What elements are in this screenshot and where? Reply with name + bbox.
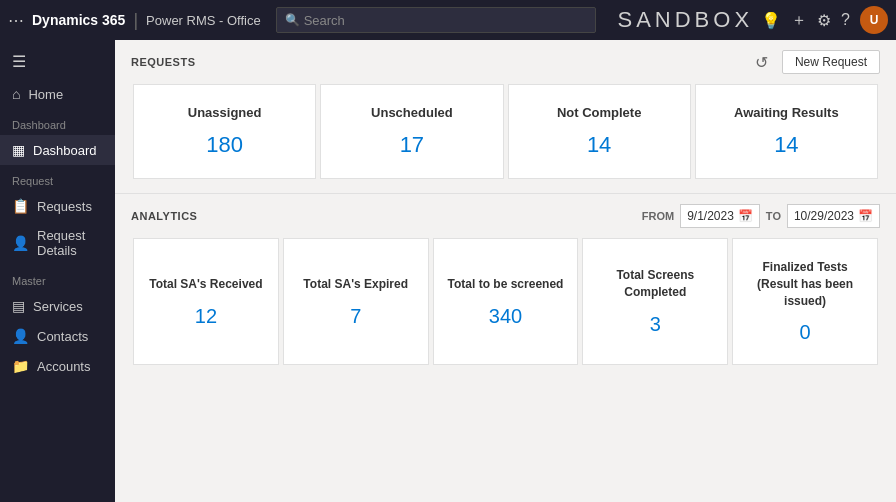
date-range-controls: FROM 9/1/2023 📅 TO 10/29/2023 📅 xyxy=(642,204,880,228)
sidebar-section-request: Request xyxy=(0,165,115,191)
analytics-card-to-be-screened: Total to be screened 340 xyxy=(433,238,579,365)
card-unscheduled-value: 17 xyxy=(337,132,486,158)
analytics-section-header: ANALYTICS FROM 9/1/2023 📅 TO 10/29/2023 … xyxy=(115,193,896,236)
requests-icon: 📋 xyxy=(12,198,29,214)
search-input[interactable] xyxy=(304,13,587,28)
request-details-icon: 👤 xyxy=(12,235,29,251)
nav-divider: | xyxy=(133,10,138,31)
sandbox-label: SANDBOX xyxy=(617,7,753,33)
sidebar-home-label: Home xyxy=(28,87,63,102)
sidebar-item-requests[interactable]: 📋 Requests xyxy=(0,191,115,221)
sidebar-section-master: Master xyxy=(0,265,115,291)
requests-section-title: REQUESTS xyxy=(131,56,196,68)
card-awaiting-results-value: 14 xyxy=(712,132,861,158)
analytics-section: ANALYTICS FROM 9/1/2023 📅 TO 10/29/2023 … xyxy=(115,193,896,379)
sidebar-item-request-details[interactable]: 👤 Request Details xyxy=(0,221,115,265)
avatar[interactable]: U xyxy=(860,6,888,34)
requests-cards-grid: Unassigned 180 Unscheduled 17 Not Comple… xyxy=(115,82,896,193)
search-icon: 🔍 xyxy=(285,13,300,27)
card-unscheduled-title: Unscheduled xyxy=(337,105,486,120)
services-icon: ▤ xyxy=(12,298,25,314)
analytics-cards-grid: Total SA's Received 12 Total SA's Expire… xyxy=(115,236,896,379)
requests-actions: ↺ New Request xyxy=(749,50,880,74)
dashboard-icon: ▦ xyxy=(12,142,25,158)
home-icon: ⌂ xyxy=(12,86,20,102)
card-unscheduled: Unscheduled 17 xyxy=(320,84,503,179)
brand-area: Dynamics 365 xyxy=(32,12,125,28)
sidebar-contacts-label: Contacts xyxy=(37,329,88,344)
analytics-to-be-screened-value: 340 xyxy=(489,305,522,328)
analytics-card-sa-received: Total SA's Received 12 xyxy=(133,238,279,365)
sidebar-services-label: Services xyxy=(33,299,83,314)
to-label: TO xyxy=(766,210,781,222)
card-not-complete-value: 14 xyxy=(525,132,674,158)
card-unassigned: Unassigned 180 xyxy=(133,84,316,179)
sidebar-dashboard-label: Dashboard xyxy=(33,143,97,158)
from-calendar-icon: 📅 xyxy=(738,209,753,223)
analytics-section-title: ANALYTICS xyxy=(131,210,197,222)
sidebar-item-accounts[interactable]: 📁 Accounts xyxy=(0,351,115,381)
analytics-card-screens-completed: Total Screens Completed 3 xyxy=(582,238,728,365)
to-date-input[interactable]: 10/29/2023 📅 xyxy=(787,204,880,228)
grid-icon[interactable]: ⋯ xyxy=(8,11,24,30)
to-date-value: 10/29/2023 xyxy=(794,209,854,223)
card-awaiting-results-title: Awaiting Results xyxy=(712,105,861,120)
analytics-card-sa-expired: Total SA's Expired 7 xyxy=(283,238,429,365)
analytics-finalized-tests-title: Finalized Tests (Result has been issued) xyxy=(745,259,865,309)
analytics-screens-completed-value: 3 xyxy=(650,313,661,336)
card-not-complete-title: Not Complete xyxy=(525,105,674,120)
help-icon[interactable]: ? xyxy=(841,11,850,29)
analytics-finalized-tests-value: 0 xyxy=(800,321,811,344)
card-unassigned-title: Unassigned xyxy=(150,105,299,120)
settings-icon[interactable]: ⚙ xyxy=(817,11,831,30)
accounts-icon: 📁 xyxy=(12,358,29,374)
sidebar-item-services[interactable]: ▤ Services xyxy=(0,291,115,321)
sidebar-item-home[interactable]: ⌂ Home xyxy=(0,79,115,109)
sidebar-accounts-label: Accounts xyxy=(37,359,90,374)
nav-icons: 💡 ＋ ⚙ ? U xyxy=(761,6,888,34)
top-navigation: ⋯ Dynamics 365 | Power RMS - Office 🔍 SA… xyxy=(0,0,896,40)
sidebar-request-details-label: Request Details xyxy=(37,228,103,258)
card-not-complete: Not Complete 14 xyxy=(508,84,691,179)
app-name-label: Power RMS - Office xyxy=(146,13,261,28)
sidebar-item-dashboard[interactable]: ▦ Dashboard xyxy=(0,135,115,165)
analytics-sa-received-title: Total SA's Received xyxy=(149,276,262,293)
analytics-screens-completed-title: Total Screens Completed xyxy=(595,267,715,301)
sidebar-section-dashboard: Dashboard xyxy=(0,109,115,135)
content-area: REQUESTS ↺ New Request Unassigned 180 Un… xyxy=(115,40,896,502)
to-calendar-icon: 📅 xyxy=(858,209,873,223)
from-label: FROM xyxy=(642,210,674,222)
card-awaiting-results: Awaiting Results 14 xyxy=(695,84,878,179)
brand-label: Dynamics 365 xyxy=(32,12,125,28)
analytics-sa-expired-value: 7 xyxy=(350,305,361,328)
search-bar[interactable]: 🔍 xyxy=(276,7,596,33)
card-unassigned-value: 180 xyxy=(150,132,299,158)
sidebar-item-contacts[interactable]: 👤 Contacts xyxy=(0,321,115,351)
analytics-sa-expired-title: Total SA's Expired xyxy=(303,276,408,293)
from-date-value: 9/1/2023 xyxy=(687,209,734,223)
contacts-icon: 👤 xyxy=(12,328,29,344)
hamburger-button[interactable]: ☰ xyxy=(0,44,115,79)
from-date-input[interactable]: 9/1/2023 📅 xyxy=(680,204,760,228)
analytics-sa-received-value: 12 xyxy=(195,305,217,328)
new-request-button[interactable]: New Request xyxy=(782,50,880,74)
analytics-to-be-screened-title: Total to be screened xyxy=(448,276,564,293)
sidebar-requests-label: Requests xyxy=(37,199,92,214)
plus-icon[interactable]: ＋ xyxy=(791,10,807,31)
refresh-button[interactable]: ↺ xyxy=(749,51,774,74)
analytics-card-finalized-tests: Finalized Tests (Result has been issued)… xyxy=(732,238,878,365)
requests-section-header: REQUESTS ↺ New Request xyxy=(115,40,896,82)
main-layout: ☰ ⌂ Home Dashboard ▦ Dashboard Request 📋… xyxy=(0,40,896,502)
lightbulb-icon[interactable]: 💡 xyxy=(761,11,781,30)
sidebar: ☰ ⌂ Home Dashboard ▦ Dashboard Request 📋… xyxy=(0,40,115,502)
